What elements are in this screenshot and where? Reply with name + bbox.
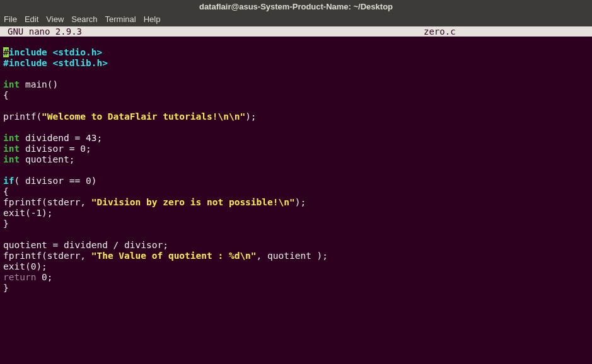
menu-edit[interactable]: Edit xyxy=(25,14,38,24)
nano-status-bar: GNU nano 2.9.3 zero.c xyxy=(0,26,592,37)
nano-filename: zero.c xyxy=(424,26,456,37)
code-line-13: } xyxy=(3,219,9,229)
blank-line xyxy=(3,69,589,79)
code-line-17: return 0; xyxy=(3,272,53,282)
code-line-18: } xyxy=(3,283,9,293)
window-titlebar: dataflair@asus-System-Product-Name: ~/De… xyxy=(0,0,592,13)
editor-area[interactable]: #include <stdio.h> #include <stdlib.h> i… xyxy=(0,37,592,293)
code-line-2: #include <stdlib.h> xyxy=(3,58,108,68)
menu-search[interactable]: Search xyxy=(71,14,97,24)
code-line-1: #include <stdio.h> xyxy=(3,47,102,57)
blank-line xyxy=(3,101,589,111)
window-title: dataflair@asus-System-Product-Name: ~/De… xyxy=(199,2,393,11)
menu-file[interactable]: File xyxy=(4,14,17,24)
menu-view[interactable]: View xyxy=(46,14,64,24)
menu-terminal[interactable]: Terminal xyxy=(105,14,136,24)
code-line-15: fprintf(stderr, "The Value of quotient :… xyxy=(3,251,328,261)
cursor: # xyxy=(3,47,9,57)
code-line-10: { xyxy=(3,186,9,196)
blank-line xyxy=(3,229,589,240)
code-line-5: printf("Welcome to DataFlair tutorials!\… xyxy=(3,111,257,122)
code-line-9: if( divisor == 0) xyxy=(3,176,96,186)
blank-line xyxy=(3,122,589,133)
code-line-4: { xyxy=(3,90,9,100)
code-line-8: int quotient; xyxy=(3,154,75,164)
code-line-12: exit(-1); xyxy=(3,208,53,218)
code-line-16: exit(0); xyxy=(3,261,47,271)
code-line-3: int main() xyxy=(3,79,58,89)
code-line-14: quotient = dividend / divisor; xyxy=(3,240,168,250)
code-line-11: fprintf(stderr, "Division by zero is not… xyxy=(3,197,306,207)
code-line-7: int divisor = 0; xyxy=(3,144,91,154)
code-line-6: int dividend = 43; xyxy=(3,133,102,143)
nano-version: GNU nano 2.9.3 xyxy=(8,26,424,37)
menu-bar: File Edit View Search Terminal Help xyxy=(0,13,592,26)
menu-help[interactable]: Help xyxy=(144,14,161,24)
blank-line xyxy=(3,165,589,176)
